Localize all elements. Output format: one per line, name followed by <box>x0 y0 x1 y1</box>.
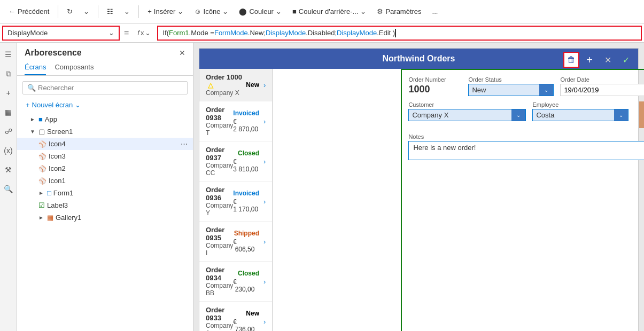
form-row-2: Customer Company X ⌄ Employee Costa ⌄ <box>408 101 644 128</box>
new-screen-arrow: ⌄ <box>75 101 81 109</box>
order-status-input[interactable]: New ⌄ <box>468 84 554 96</box>
avatar-container <box>639 101 644 128</box>
svg-rect-0 <box>639 101 644 128</box>
arrow-icon-0937: › <box>263 157 266 165</box>
discard-button[interactable]: ✕ <box>600 52 616 68</box>
tree-item-label3[interactable]: ☑ Label3 <box>17 199 193 211</box>
employee-input[interactable]: Costa ⌄ <box>532 109 629 121</box>
tree-label-app: App <box>45 115 188 123</box>
tree-item-screen1[interactable]: ▼ ▢ Screen1 <box>17 125 193 138</box>
tree-item-icon4[interactable]: ⚾ Icon4 ⋯ <box>17 138 193 150</box>
back-button[interactable]: ← Précédent <box>4 5 53 18</box>
arrow-icon-0938: › <box>263 117 266 125</box>
avatar-image <box>639 101 644 128</box>
formula-bar: DisplayMode ⌄ = fx ⌄ If( Form1 .Mode = F… <box>0 23 644 43</box>
expand-icon-app: ► <box>30 116 35 122</box>
icon4-menu[interactable]: ⋯ <box>181 140 188 148</box>
add-button[interactable]: + <box>581 52 598 68</box>
couleur-arriere-button[interactable]: ■ Couleur d'arrière-... ⌄ <box>288 5 370 18</box>
nw-header-actions: 🗑 + ✕ ✓ <box>563 52 634 68</box>
employee-group: Employee Costa ⌄ <box>532 101 629 128</box>
order-status-group: Order Status New ⌄ <box>468 76 554 96</box>
tree-label-icon1: Icon1 <box>49 177 188 185</box>
copy-button[interactable]: ☷ <box>103 5 118 18</box>
arrow-icon-0934: › <box>263 278 266 286</box>
order-number-label: Order Number <box>408 76 462 83</box>
notes-input[interactable]: Here is a new order! <box>408 141 644 160</box>
parametres-button[interactable]: ⚙ Paramètres <box>373 5 425 18</box>
icon-button[interactable]: ☺ Icône ⌄ <box>190 5 232 18</box>
tree-item-icon3[interactable]: ⚾ Icon3 <box>17 150 193 162</box>
tree-label-label3: Label3 <box>47 201 188 209</box>
sidebar-close-button[interactable]: ✕ <box>179 49 185 57</box>
layers-icon[interactable]: ⧉ <box>1 66 16 81</box>
sidebar-header: Arborescence ✕ <box>17 43 193 61</box>
tree-item-form1[interactable]: ► □ Form1 <box>17 187 193 199</box>
tab-ecrans[interactable]: Écrans <box>25 61 46 75</box>
order-item-1000[interactable]: Order 1000 △ Company X New › <box>199 69 272 101</box>
employee-dropdown[interactable]: ⌄ <box>614 109 628 121</box>
copy-dropdown-button[interactable]: ⌄ <box>120 5 134 18</box>
fx-button[interactable]: fx ⌄ <box>133 28 155 38</box>
search-icon[interactable]: 🔍 <box>1 182 16 196</box>
search-input[interactable] <box>38 84 183 92</box>
insert-button[interactable]: + Insérer ⌄ <box>143 5 188 18</box>
order-date-field[interactable] <box>560 84 644 96</box>
hamburger-icon[interactable]: ☰ <box>1 47 16 62</box>
more-button[interactable]: ... <box>428 5 443 18</box>
order-item-0933[interactable]: Order 0933 Company A New € 736,00 › <box>199 302 272 331</box>
name-box[interactable]: DisplayMode ⌄ <box>2 26 120 41</box>
order-list: Order 1000 △ Company X New › <box>199 69 273 331</box>
insert-arrow: ⌄ <box>177 7 183 15</box>
customer-dropdown[interactable]: ⌄ <box>511 109 525 121</box>
tree-item-app[interactable]: ► ■ App <box>17 113 193 125</box>
search-box[interactable]: 🔍 <box>22 81 188 94</box>
label3-icon: ☑ <box>38 201 45 209</box>
delete-button[interactable]: 🗑 <box>563 52 579 68</box>
order-status-dropdown[interactable]: ⌄ <box>539 84 553 96</box>
app-icon: ■ <box>38 115 43 123</box>
tree-item-icon1[interactable]: ⚾ Icon1 <box>17 175 193 187</box>
sidebar-tabs: Écrans Composants <box>17 61 193 76</box>
sidebar-title: Arborescence <box>25 48 82 58</box>
undo-dropdown-button[interactable]: ⌄ <box>79 5 94 18</box>
formula-cursor <box>395 29 396 37</box>
toolbar-separator-3 <box>138 5 139 18</box>
sidebar: Arborescence ✕ Écrans Composants 🔍 + Nou… <box>17 43 193 331</box>
add-screen-icon[interactable]: + <box>1 85 16 100</box>
order-item-0936[interactable]: Order 0936 Company Y Invoiced € 1 170,00… <box>199 182 272 222</box>
formula-form1: Form1 <box>169 29 189 37</box>
grid-icon[interactable]: ▦ <box>1 105 16 120</box>
tab-composants[interactable]: Composants <box>55 61 94 75</box>
variable-icon[interactable]: (x) <box>1 143 16 158</box>
formula-equals: = <box>122 28 131 38</box>
save-button[interactable]: ✓ <box>618 52 634 68</box>
undo-button[interactable]: ↻ <box>63 5 77 18</box>
expand-icon-screen1: ▼ <box>30 129 35 135</box>
couleur-button[interactable]: ⬤ Couleur ⌄ <box>235 5 286 18</box>
icon4-icon: ⚾ <box>38 140 46 148</box>
icon3-icon: ⚾ <box>38 153 46 160</box>
order-item-0937[interactable]: Order 0937 Company CC Closed € 3 810,00 … <box>199 141 272 182</box>
form1-icon: □ <box>47 189 51 197</box>
order-date-label: Order Date <box>560 76 644 83</box>
customer-input[interactable]: Company X ⌄ <box>408 109 526 121</box>
tree-area: ► ■ App ▼ ▢ Screen1 ⚾ Icon4 ⋯ ⚾ Icon3 <box>17 113 193 331</box>
new-screen-button[interactable]: + Nouvel écran ⌄ <box>22 99 188 111</box>
arrow-icon-0933: › <box>263 318 266 326</box>
tree-item-icon2[interactable]: ⚾ Icon2 <box>17 162 193 175</box>
tree-item-gallery1[interactable]: ► ▦ Gallery1 <box>17 211 193 224</box>
form-row-3: Notes Here is a new order! <box>408 133 644 160</box>
tree-label-screen1: Screen1 <box>47 128 188 136</box>
avatar <box>639 101 644 128</box>
wrench-icon[interactable]: ⚒ <box>1 162 16 177</box>
order-date-input[interactable]: 📅 <box>560 84 644 96</box>
connect-icon[interactable]: ☍ <box>1 124 16 139</box>
formula-input[interactable]: If( Form1 .Mode = FormMode .New; Display… <box>157 26 642 41</box>
order-item-0935[interactable]: Order 0935 Company I Shipped € 606,50 › <box>199 222 272 262</box>
bg-palette-icon: ■ <box>292 7 297 15</box>
arrow-icon-1000: › <box>263 81 266 89</box>
order-item-0934[interactable]: Order 0934 Company BB Closed € 230,00 › <box>199 262 272 302</box>
side-icon-bar: ☰ ⧉ + ▦ ☍ (x) ⚒ 🔍 <box>0 43 17 331</box>
order-item-0938[interactable]: Order 0938 Company T Invoiced € 2 870,00… <box>199 101 272 141</box>
